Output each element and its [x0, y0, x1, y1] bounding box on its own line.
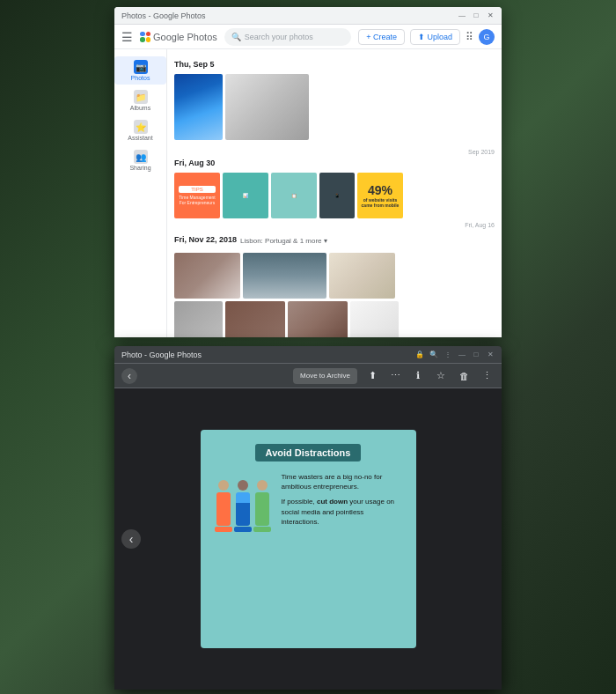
search-icon: 🔍	[231, 33, 241, 41]
bottom-search-icon[interactable]: 🔍	[429, 351, 438, 359]
bottom-menu-icon[interactable]: ⋮	[444, 351, 452, 359]
photo-viewer: ‹ Avoid Distractions	[114, 388, 502, 690]
maximize-btn[interactable]: □	[472, 11, 480, 20]
titlebar-controls: — □ ✕	[458, 11, 495, 20]
photo-puzzle[interactable]	[225, 74, 309, 140]
close-btn[interactable]: ✕	[486, 11, 495, 20]
options-icon[interactable]: ⋯	[387, 368, 403, 384]
minimize-btn[interactable]: —	[458, 11, 466, 20]
photo-ruins3[interactable]	[288, 301, 348, 337]
bottom-window-title: Photo - Google Photos	[121, 351, 202, 359]
toolbar-actions: + Create ⬆ Upload ⠿ G	[358, 29, 495, 45]
nov22-location[interactable]: Lisbon: Portugal & 1 more ▾	[240, 237, 327, 245]
sidebar-label-photos: Photos	[131, 75, 150, 81]
archive-button[interactable]: Move to Archive	[293, 368, 357, 384]
infographic-text: Time wasters are a big no-no for ambitio…	[282, 472, 402, 532]
sidebar-item-photos[interactable]: 📷 Photos	[114, 56, 166, 85]
date-sep5: Thu, Sep 5	[174, 60, 495, 69]
sidebar-item-albums[interactable]: 📁 Albums	[114, 86, 166, 114]
albums-icon: 📁	[134, 90, 148, 104]
year-sep2019: Sep 2019	[174, 149, 495, 155]
date-aug30: Fri, Aug 30	[174, 159, 495, 167]
sidebar-label-sharing: Sharing	[129, 165, 150, 171]
prev-nav-button[interactable]: ‹	[121, 529, 141, 549]
sidebar: 📷 Photos 📁 Albums ⭐ Assistant 👥 Sharing	[114, 49, 167, 337]
bottom-toolbar: ‹ Move to Archive ⬆ ⋯ ℹ ☆ 🗑 ⋮	[114, 364, 502, 388]
logo-text: Google Photos	[153, 32, 217, 42]
card-mint[interactable]: 📋	[271, 173, 317, 218]
photo-statue[interactable]	[329, 253, 395, 299]
bottom-close-btn[interactable]: ✕	[486, 351, 495, 359]
assistant-icon: ⭐	[134, 120, 148, 134]
avatar[interactable]: G	[479, 29, 495, 45]
sharing-icon: 👥	[134, 150, 148, 164]
search-bar[interactable]: 🔍 Search your photos	[224, 28, 351, 46]
sidebar-item-assistant[interactable]: ⭐ Assistant	[114, 116, 166, 144]
card-orange[interactable]: TIPS Time ManagementFor Entrepreneurs	[174, 173, 220, 218]
bottom-titlebar: Photo - Google Photos 🔒 🔍 ⋮ — □ ✕	[114, 346, 502, 364]
infographic-text-cut-down: cut down	[317, 498, 348, 506]
year-aug16: Fri, Aug 16	[174, 222, 495, 228]
portugal-photo-row2	[174, 301, 495, 337]
aug30-card-row: TIPS Time ManagementFor Entrepreneurs 📊 …	[174, 173, 495, 218]
browser-main-content: 📷 Photos 📁 Albums ⭐ Assistant 👥 Sharing …	[114, 49, 502, 337]
top-titlebar: Photos - Google Photos — □ ✕	[114, 7, 502, 25]
infographic-body: Time wasters are a big no-no for ambitio…	[215, 472, 402, 532]
infographic-text-p2: If possible, cut down your usage on soci…	[282, 497, 402, 527]
infographic-text-p1: Time wasters are a big no-no for ambitio…	[282, 472, 402, 491]
upload-button[interactable]: ⬆ Upload	[410, 29, 460, 45]
sep5-photo-grid	[174, 74, 495, 140]
bottom-minimize-btn[interactable]: —	[458, 351, 466, 359]
menu-icon[interactable]: ☰	[121, 30, 133, 44]
back-button[interactable]: ‹	[121, 368, 137, 384]
bottom-maximize-btn[interactable]: □	[472, 351, 480, 359]
portugal-photo-row1	[174, 253, 495, 299]
photo-text[interactable]	[350, 301, 399, 337]
photo-building[interactable]	[174, 74, 223, 140]
create-button[interactable]: + Create	[358, 29, 405, 45]
more-icon[interactable]: ⋮	[479, 368, 495, 384]
info-icon[interactable]: ℹ	[410, 368, 426, 384]
viewer-content-wrapper: ‹ Avoid Distractions	[114, 388, 502, 690]
sidebar-label-albums: Albums	[130, 105, 150, 111]
photos-content-area[interactable]: Thu, Sep 5 Sep 2019 Fri, Aug 30 TIPS Tim…	[167, 49, 502, 337]
infographic-title: Avoid Distractions	[255, 444, 362, 461]
card-teal[interactable]: 📊	[223, 173, 268, 218]
figure-green	[253, 480, 271, 532]
google-photos-logo: Google Photos	[140, 32, 217, 42]
photo-portugal1[interactable]	[174, 253, 240, 299]
top-toolbar: ☰ Google Photos 🔍 Search your photos + C…	[114, 25, 502, 49]
date-nov22: Fri, Nov 22, 2018	[174, 235, 237, 244]
share-icon[interactable]: ⬆	[364, 368, 380, 384]
photos-icon: 📷	[134, 60, 148, 74]
top-window-title: Photos - Google Photos	[121, 11, 458, 20]
favorite-icon[interactable]: ☆	[433, 368, 449, 384]
infographic-text-if-possible: If possible,	[282, 498, 315, 506]
figure-blue	[234, 480, 252, 532]
sidebar-item-sharing[interactable]: 👥 Sharing	[114, 146, 166, 174]
photo-portugal2[interactable]	[243, 253, 326, 299]
bottom-browser-window: Photo - Google Photos 🔒 🔍 ⋮ — □ ✕ ‹ Move…	[114, 346, 502, 690]
card-blue-dark[interactable]: 📱	[319, 173, 355, 218]
top-browser-window: Photos - Google Photos — □ ✕ ☰ Google Ph…	[114, 7, 502, 337]
bottom-lock-icon: 🔒	[415, 351, 424, 359]
card-yellow[interactable]: 49% of website visitscame from mobile	[357, 173, 403, 218]
figure-orange	[215, 480, 232, 532]
bottom-titlebar-controls: 🔒 🔍 ⋮ — □ ✕	[415, 351, 495, 359]
nov22-header-row: Fri, Nov 22, 2018 Lisbon: Portugal & 1 m…	[174, 232, 495, 249]
delete-icon[interactable]: 🗑	[456, 368, 472, 384]
figures-area	[215, 472, 271, 532]
photo-ruins1[interactable]	[174, 301, 223, 337]
photo-ruins2[interactable]	[225, 301, 285, 337]
search-placeholder: Search your photos	[245, 33, 313, 41]
apps-icon[interactable]: ⠿	[466, 31, 473, 43]
infographic-card-display: Avoid Distractions	[201, 430, 416, 648]
logo-dots-icon	[140, 32, 150, 42]
sidebar-label-assistant: Assistant	[128, 135, 152, 141]
